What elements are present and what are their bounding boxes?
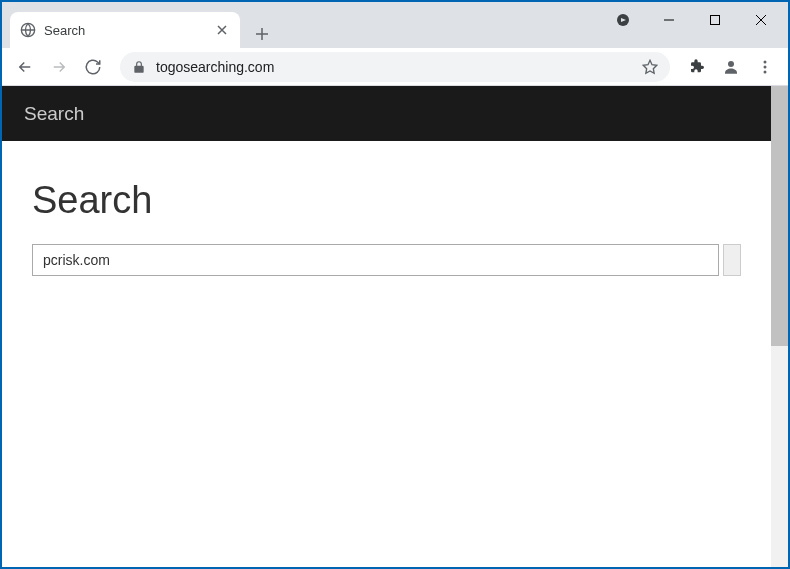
webpage: Search Search — [2, 86, 771, 567]
bookmark-star-icon[interactable] — [642, 59, 658, 75]
search-form — [32, 244, 741, 276]
extensions-icon[interactable] — [682, 52, 712, 82]
svg-point-3 — [728, 61, 734, 67]
media-indicator-icon[interactable] — [600, 2, 646, 38]
svg-rect-2 — [711, 16, 720, 25]
window-controls — [646, 2, 788, 38]
back-button[interactable] — [10, 52, 40, 82]
search-submit-button[interactable] — [723, 244, 741, 276]
address-bar[interactable]: togosearching.com — [120, 52, 670, 82]
search-input[interactable] — [32, 244, 719, 276]
svg-point-6 — [764, 70, 767, 73]
profile-icon[interactable] — [716, 52, 746, 82]
vertical-scrollbar[interactable] — [771, 86, 788, 567]
scrollbar-thumb[interactable] — [771, 86, 788, 346]
content-area: Search Search — [2, 86, 788, 567]
maximize-button[interactable] — [692, 2, 738, 38]
browser-tab[interactable]: Search — [10, 12, 240, 48]
globe-icon — [20, 22, 36, 38]
url-text: togosearching.com — [156, 59, 642, 75]
tab-title: Search — [44, 23, 214, 38]
close-tab-icon[interactable] — [214, 22, 230, 38]
reload-button[interactable] — [78, 52, 108, 82]
new-tab-button[interactable] — [248, 20, 276, 48]
site-nav-title[interactable]: Search — [24, 103, 84, 125]
tabs-area: Search — [2, 2, 600, 48]
close-window-button[interactable] — [738, 2, 784, 38]
page-heading: Search — [32, 179, 741, 222]
forward-button[interactable] — [44, 52, 74, 82]
browser-toolbar: togosearching.com — [2, 48, 788, 86]
menu-icon[interactable] — [750, 52, 780, 82]
svg-point-5 — [764, 65, 767, 68]
svg-point-4 — [764, 60, 767, 63]
lock-icon — [132, 60, 146, 74]
window-titlebar: Search — [2, 2, 788, 48]
minimize-button[interactable] — [646, 2, 692, 38]
page-body: Search — [2, 141, 771, 314]
site-navbar: Search — [2, 86, 771, 141]
